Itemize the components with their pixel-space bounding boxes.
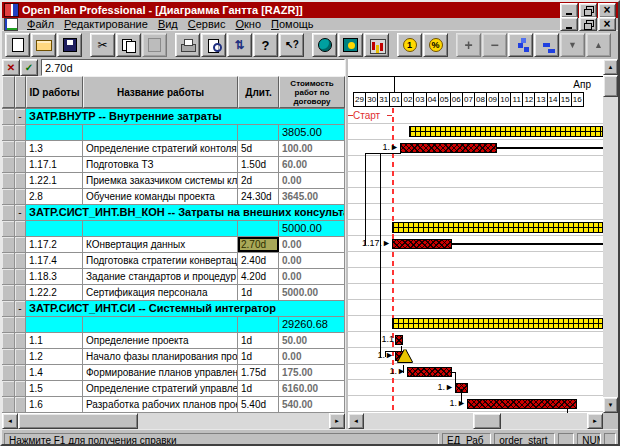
cell-duration[interactable] — [238, 221, 279, 236]
collapse-toggle[interactable]: - — [15, 205, 26, 220]
cell-id[interactable]: 1.17.4 — [26, 253, 83, 268]
row-selector[interactable] — [2, 381, 15, 396]
row-selector[interactable] — [2, 125, 15, 140]
cell-cost[interactable]: 5000.00 — [279, 221, 345, 236]
open-file-button[interactable] — [31, 33, 56, 57]
collapse-outline-button[interactable] — [534, 33, 559, 57]
cell-duration[interactable]: 1d — [238, 333, 279, 348]
cell-name[interactable] — [83, 221, 238, 236]
cell-duration[interactable] — [238, 125, 279, 140]
cell-name[interactable]: Формирование планов управления — [83, 365, 238, 380]
table-hscrollbar[interactable]: ◄ ► — [2, 413, 345, 429]
outline-cell[interactable] — [15, 189, 26, 204]
cell-id[interactable]: 1.6 — [26, 397, 83, 412]
cell-id[interactable]: 2.8 — [26, 189, 83, 204]
cell-name[interactable]: Задание стандартов и процедур по д — [83, 269, 238, 284]
row-selector[interactable] — [2, 109, 15, 124]
cancel-edit-button[interactable]: ✕ — [2, 59, 20, 76]
header-id[interactable]: ID работы — [26, 76, 83, 108]
cell-duration[interactable]: 1.75d — [238, 365, 279, 380]
group-label[interactable]: ЗАТР.ВНУТР -- Внутренние затраты — [26, 109, 345, 124]
summary-bar[interactable] — [392, 318, 603, 329]
accept-edit-button[interactable]: ✓ — [20, 59, 38, 76]
row-selector[interactable] — [2, 189, 15, 204]
resource-analysis-button[interactable] — [338, 33, 363, 57]
cell-duration[interactable]: 4.20d — [238, 269, 279, 284]
cell-id[interactable]: 1.22.2 — [26, 285, 83, 300]
row-selector[interactable] — [2, 333, 15, 348]
collapse-toggle[interactable]: - — [15, 301, 26, 316]
cell-cost[interactable]: 6160.00 — [279, 381, 345, 396]
cell-id[interactable]: 1.2 — [26, 349, 83, 364]
cell-duration[interactable]: 2.40d — [238, 253, 279, 268]
scroll-thumb[interactable] — [603, 75, 618, 97]
cell-id[interactable]: 1.4 — [26, 365, 83, 380]
task-bar[interactable] — [400, 143, 497, 153]
cell-edit-input[interactable] — [41, 59, 345, 76]
scroll-thumb[interactable] — [473, 413, 501, 429]
scroll-thumb[interactable] — [18, 413, 138, 429]
minimize-button[interactable] — [560, 3, 578, 18]
cell-name[interactable]: КОнвертация данных — [83, 237, 238, 252]
scroll-up-button[interactable]: ▲ — [603, 59, 618, 75]
cell-id[interactable] — [26, 221, 83, 236]
menu-item-0[interactable]: Файл — [22, 18, 59, 30]
cell-duration[interactable]: 1.50d — [238, 157, 279, 172]
gantt-vscrollbar[interactable]: ▲ ▼ — [603, 59, 618, 413]
scroll-right-button[interactable]: ► — [329, 413, 345, 429]
menu-item-1[interactable]: Редактирование — [59, 18, 153, 30]
new-document-button[interactable] — [5, 33, 30, 57]
outline-cell[interactable] — [15, 157, 26, 172]
print-button[interactable] — [175, 33, 200, 57]
cell-cost[interactable]: 175.00 — [279, 365, 345, 380]
cell-cost[interactable]: 50.00 — [279, 333, 345, 348]
row-selector[interactable] — [2, 365, 15, 380]
print-preview-button[interactable] — [201, 33, 226, 57]
row-selector[interactable] — [2, 349, 15, 364]
row-selector[interactable] — [2, 157, 15, 172]
menu-item-4[interactable]: Окно — [230, 18, 266, 30]
cell-cost[interactable]: 0.00 — [279, 269, 345, 284]
help-button[interactable] — [253, 33, 278, 57]
cell-name[interactable]: Определение стратегий контоля и отч — [83, 141, 238, 156]
outline-cell[interactable] — [15, 237, 26, 252]
cell-id[interactable]: 1.22.1 — [26, 173, 83, 188]
cell-name[interactable] — [83, 125, 238, 140]
outline-cell[interactable] — [15, 269, 26, 284]
cell-name[interactable] — [83, 317, 238, 332]
row-selector[interactable] — [2, 269, 15, 284]
cell-id[interactable] — [26, 317, 83, 332]
outline-cell[interactable] — [15, 125, 26, 140]
cell-duration[interactable]: 1d — [238, 285, 279, 300]
outline-cell[interactable] — [15, 253, 26, 268]
group-label[interactable]: ЗАТР.СИСТ_ИНТ.СИ -- Системный интегратор — [26, 301, 345, 316]
cell-name[interactable]: Подготовка ТЗ — [83, 157, 238, 172]
cell-cost[interactable]: 0.00 — [279, 253, 345, 268]
outline-cell[interactable] — [15, 381, 26, 396]
cut-button[interactable] — [90, 33, 115, 57]
scroll-down-button[interactable]: ▼ — [603, 397, 618, 413]
restore-button[interactable] — [579, 3, 597, 18]
cell-cost[interactable]: 3805.00 — [279, 125, 345, 140]
gantt-hscrollbar[interactable]: ◄ ► — [348, 413, 603, 429]
cell-id[interactable]: 1.5 — [26, 381, 83, 396]
task-bar[interactable] — [407, 367, 452, 377]
cell-duration[interactable]: 1d — [238, 381, 279, 396]
cell-name[interactable]: Начало фазы планирования проекта — [83, 349, 238, 364]
cell-duration[interactable]: 24.30d — [238, 189, 279, 204]
percent-complete-button[interactable] — [423, 33, 448, 57]
cell-name[interactable]: Определение стратегий управления р — [83, 381, 238, 396]
cell-duration[interactable]: 5d — [238, 141, 279, 156]
outline-cell[interactable] — [15, 349, 26, 364]
cell-name[interactable]: Разработка рабочих планов проекта — [83, 397, 238, 412]
cell-id[interactable]: 1.18.3 — [26, 269, 83, 284]
outline-cell[interactable] — [15, 365, 26, 380]
close-button[interactable]: × — [598, 3, 616, 18]
cell-duration[interactable]: 1d — [238, 349, 279, 364]
outline-cell[interactable] — [15, 317, 26, 332]
sort-button[interactable] — [227, 33, 252, 57]
header-cost[interactable]: Стоимость работ по договору — [279, 76, 345, 108]
outline-cell[interactable] — [15, 333, 26, 348]
cost-button[interactable] — [397, 33, 422, 57]
summary-bar[interactable] — [392, 222, 603, 233]
